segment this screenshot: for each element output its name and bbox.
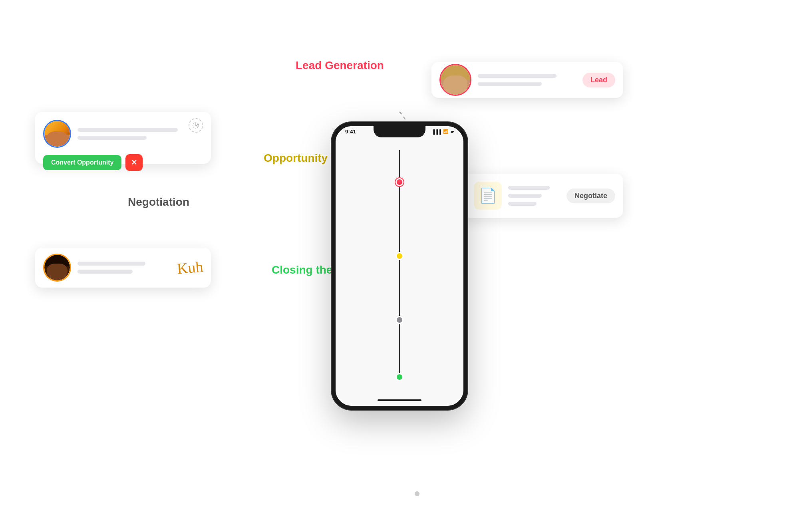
status-bar: 9:41 ▐▐▐ 📶 ▰ [336, 129, 463, 135]
phone-dot-gray [396, 316, 403, 324]
card-lines-closing [78, 262, 163, 274]
close-button[interactable]: ✕ [125, 154, 143, 171]
clock-icon [189, 118, 203, 133]
status-icons: ▐▐▐ 📶 ▰ [432, 129, 454, 134]
card-line [478, 74, 557, 78]
phone-dot-red [396, 178, 403, 186]
card-line [78, 128, 178, 132]
card-lines-convert [78, 128, 203, 140]
document-icon: 📄 [479, 187, 497, 204]
small-dot-indicator [415, 491, 419, 496]
avatar-lead [439, 64, 471, 96]
stage-lead-generation-label: Lead Generation [296, 59, 384, 72]
card-convert-bottom: Convert Opportunity ✕ [43, 154, 143, 171]
closing-card: Kuh [35, 248, 211, 288]
phone-frame: 9:41 ▐▐▐ 📶 ▰ [332, 122, 467, 410]
lead-badge: Lead [582, 73, 615, 87]
card-line [508, 202, 537, 206]
stage-negotiation-label: Negotiation [128, 196, 189, 208]
phone-dot-green [396, 373, 403, 381]
avatar-convert [43, 120, 71, 148]
card-line [508, 194, 542, 198]
signal-icon: ▐▐▐ [432, 129, 441, 134]
card-convert-top [43, 120, 203, 148]
scene: 9:41 ▐▐▐ 📶 ▰ Lead Generation Opportunity… [0, 0, 799, 532]
card-line [508, 186, 550, 190]
card-lines-negotiate [508, 186, 560, 206]
phone-dot-yellow [396, 252, 403, 260]
battery-icon: ▰ [451, 129, 454, 134]
phone-screen: 9:41 ▐▐▐ 📶 ▰ [336, 126, 463, 406]
avatar-closing [43, 254, 71, 282]
card-line [78, 136, 147, 140]
wifi-icon: 📶 [443, 129, 449, 134]
status-time: 9:41 [345, 129, 356, 135]
convert-opportunity-button[interactable]: Convert Opportunity [43, 155, 121, 170]
negotiate-badge: Negotiate [566, 189, 615, 203]
phone-home-indicator [378, 399, 421, 401]
card-line [78, 270, 133, 274]
svg-line-2 [196, 125, 197, 126]
card-lines-lead [478, 74, 576, 86]
lead-card: Lead [431, 62, 623, 98]
card-line [78, 262, 145, 266]
document-icon-wrapper: 📄 [474, 182, 502, 210]
convert-opportunity-card: Convert Opportunity ✕ [35, 112, 211, 164]
signature: Kuh [176, 258, 204, 278]
card-line [478, 82, 542, 86]
